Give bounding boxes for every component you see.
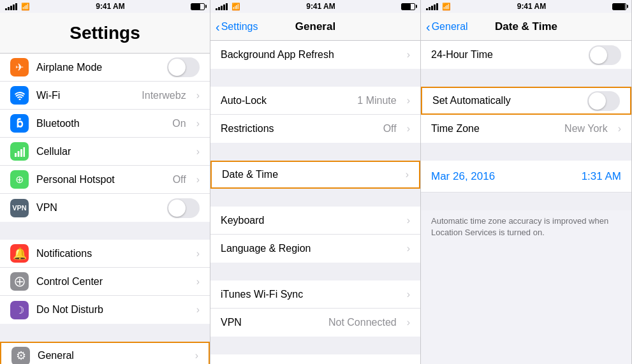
svg-rect-2 [20, 149, 22, 157]
24hour-toggle[interactable] [589, 45, 621, 65]
nav-back-chevron-3: ‹ [426, 20, 430, 33]
nav-title-datetime: Date & Time [495, 20, 557, 33]
row-bluetooth[interactable]: ɓ Bluetooth On › [0, 110, 210, 138]
time-display: 1:31 AM [582, 170, 621, 183]
battery-area-1 [191, 3, 205, 10]
timezone-label: Time Zone [431, 123, 557, 135]
wifi-icon-sm-3: 📶 [442, 3, 451, 11]
itunes-chevron: › [407, 289, 410, 300]
bluetooth-value: On [172, 118, 186, 129]
wifi-svg [14, 91, 26, 100]
group-keyboard: Keyboard › Language & Region › [210, 207, 420, 263]
nav-bar-general: ‹ Settings General [210, 13, 420, 41]
notifications-chevron: › [196, 248, 200, 259]
row-setauto[interactable]: Set Automatically [421, 87, 631, 115]
row-general[interactable]: ⚙ General › [0, 342, 210, 364]
date-time-row: Mar 26, 2016 1:31 AM [421, 161, 631, 193]
timezone-value: New York [564, 123, 608, 135]
autolock-label: Auto-Lock [221, 95, 349, 106]
wifi-icon-sm: 📶 [21, 3, 30, 11]
cellular-chevron: › [196, 146, 200, 157]
general-chevron: › [195, 350, 198, 361]
itunes-label: iTunes Wi-Fi Sync [221, 289, 399, 300]
row-datetime[interactable]: Date & Time › [210, 161, 420, 189]
keyboard-chevron: › [407, 215, 410, 226]
row-donotdisturb[interactable]: ☽ Do Not Disturb › [0, 296, 210, 324]
general-label: General [38, 350, 187, 361]
status-time-3: 9:41 AM [451, 2, 612, 11]
battery-fill-1 [191, 4, 200, 10]
vpn-icon: VPN [10, 199, 29, 217]
status-time-1: 9:41 AM [30, 2, 191, 11]
controlcenter-chevron: › [196, 276, 200, 288]
bluetooth-chevron: › [196, 118, 200, 129]
nav-back-general[interactable]: ‹ Settings [216, 20, 258, 33]
svg-rect-3 [23, 147, 25, 157]
row-keyboard[interactable]: Keyboard › [210, 207, 420, 235]
restrictions-value: Off [383, 123, 397, 135]
cellular-label: Cellular [36, 146, 189, 157]
wifi-value: Interwebz [142, 90, 186, 101]
row-vpn[interactable]: VPN VPN [0, 194, 210, 222]
row-24hour[interactable]: 24-Hour Time [421, 41, 631, 69]
row-restrictions[interactable]: Restrictions Off › [210, 115, 420, 143]
group-itunes: iTunes Wi-Fi Sync › VPN Not Connected › [210, 280, 420, 337]
nav-back-datetime[interactable]: ‹ General [426, 20, 468, 33]
controlcenter-icon [10, 272, 29, 291]
24hour-label: 24-Hour Time [431, 49, 581, 61]
vpn2-chevron: › [407, 317, 410, 328]
controlcenter-label: Control Center [36, 276, 189, 288]
battery-icon-1 [191, 3, 205, 10]
hotspot-value: Off [173, 174, 186, 186]
row-wifi[interactable]: Wi-Fi Interwebz › [0, 82, 210, 110]
row-airplane[interactable]: ✈ Airplane Mode [0, 54, 210, 82]
row-langregion[interactable]: Language & Region › [210, 235, 420, 263]
status-bar-3: 📶 9:41 AM [421, 0, 631, 13]
battery-icon-2 [401, 3, 415, 10]
settings-header: Settings [0, 13, 210, 54]
status-time-2: 9:41 AM [240, 2, 401, 11]
group-regulatory: Regulatory › [210, 354, 420, 364]
row-notifications[interactable]: 🔔 Notifications › [0, 240, 210, 268]
airplane-toggle[interactable] [167, 57, 200, 77]
sep-g5 [210, 337, 420, 354]
row-vpn2[interactable]: VPN Not Connected › [210, 309, 420, 337]
settings-group-2: 🔔 Notifications › Control Center › [0, 240, 210, 324]
sep-g3 [210, 189, 420, 207]
row-hotspot[interactable]: ⊕ Personal Hotspot Off › [0, 166, 210, 194]
setauto-toggle[interactable] [587, 91, 620, 111]
row-autolock[interactable]: Auto-Lock 1 Minute › [210, 87, 420, 115]
row-regulatory[interactable]: Regulatory › [210, 354, 420, 364]
bluetooth-icon: ɓ [10, 114, 29, 133]
row-timezone[interactable]: Time Zone New York › [421, 115, 631, 143]
hotspot-label: Personal Hotspot [36, 174, 165, 186]
battery-fill-3 [613, 4, 625, 10]
group-datetime-display: Mar 26, 2016 1:31 AM [421, 161, 631, 193]
row-bg-refresh[interactable]: Background App Refresh › [210, 41, 420, 69]
wifi-icon-sm-2: 📶 [231, 3, 240, 11]
donotdisturb-chevron: › [196, 304, 200, 316]
datetime-list: 24-Hour Time Set Automatically Time Zone… [421, 41, 631, 364]
panel-settings: 📶 9:41 AM Settings ✈ Airplane Mode [0, 0, 210, 364]
svg-rect-1 [17, 151, 19, 157]
row-itunes[interactable]: iTunes Wi-Fi Sync › [210, 280, 420, 309]
settings-group-3: ⚙ General › Aa Display & Brightness › [0, 342, 210, 364]
status-bar-1: 📶 9:41 AM [0, 0, 210, 13]
vpn2-label: VPN [221, 317, 321, 328]
vpn-toggle[interactable] [167, 198, 200, 218]
settings-title: Settings [70, 23, 140, 43]
sep-g2 [210, 143, 420, 161]
sep-g1 [210, 69, 420, 87]
row-controlcenter[interactable]: Control Center › [0, 268, 210, 296]
autolock-chevron: › [407, 95, 410, 106]
nav-title-general: General [295, 20, 335, 33]
battery-area-2 [401, 3, 415, 10]
signal-icon [5, 3, 17, 10]
group-24hour: 24-Hour Time [421, 41, 631, 69]
row-cellular[interactable]: Cellular › [0, 138, 210, 166]
separator-1 [0, 222, 210, 240]
group-datetime: Date & Time › [210, 161, 420, 189]
langregion-label: Language & Region [221, 243, 399, 254]
bluetooth-label: Bluetooth [36, 118, 165, 129]
sep-dt1 [421, 69, 631, 87]
